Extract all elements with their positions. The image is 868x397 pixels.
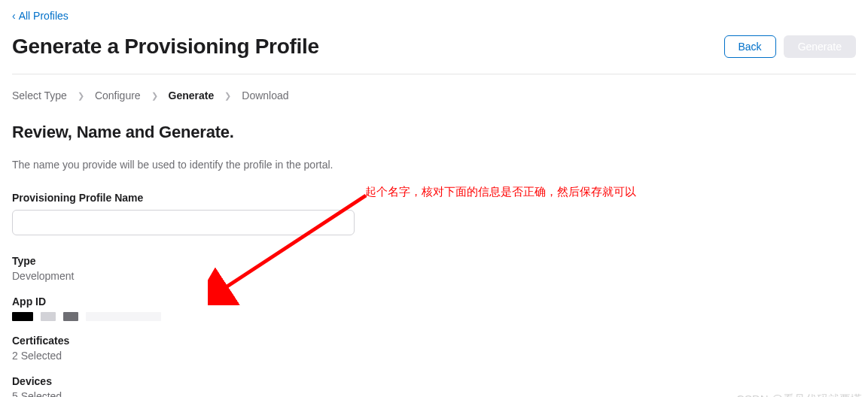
breadcrumb-step-generate: Generate bbox=[169, 89, 215, 102]
profile-name-input[interactable] bbox=[12, 210, 355, 235]
summary-appid: App ID bbox=[12, 295, 856, 321]
back-link-label: All Profiles bbox=[19, 10, 69, 22]
page-title: Generate a Provisioning Profile bbox=[12, 35, 319, 59]
devices-label: Devices bbox=[12, 375, 856, 387]
back-to-profiles-link[interactable]: ‹ All Profiles bbox=[12, 10, 69, 22]
watermark: CSDN @看见代码就要慌 bbox=[736, 392, 862, 397]
redacted-block bbox=[41, 312, 56, 321]
header-buttons: Back Generate bbox=[724, 35, 857, 58]
chevron-right-icon: ❯ bbox=[151, 91, 158, 101]
page-header: Generate a Provisioning Profile Back Gen… bbox=[12, 35, 856, 74]
appid-label: App ID bbox=[12, 295, 856, 308]
chevron-right-icon: ❯ bbox=[224, 91, 231, 101]
breadcrumb-step-select-type[interactable]: Select Type bbox=[12, 89, 67, 102]
summary-devices: Devices 5 Selected bbox=[12, 375, 856, 397]
chevron-right-icon: ❯ bbox=[78, 91, 84, 101]
section-subtitle: The name you provide will be used to ide… bbox=[12, 159, 856, 171]
summary-certificates: Certificates 2 Selected bbox=[12, 335, 856, 362]
breadcrumb-step-configure[interactable]: Configure bbox=[95, 89, 141, 102]
chevron-left-icon: ‹ bbox=[12, 11, 16, 21]
summary-type: Type Development bbox=[12, 255, 856, 282]
breadcrumb: Select Type ❯ Configure ❯ Generate ❯ Dow… bbox=[12, 89, 856, 102]
redacted-block bbox=[86, 312, 161, 321]
section-title: Review, Name and Generate. bbox=[12, 123, 856, 142]
back-button[interactable]: Back bbox=[724, 35, 776, 58]
redacted-block bbox=[12, 312, 33, 321]
certificates-label: Certificates bbox=[12, 335, 856, 347]
breadcrumb-step-download: Download bbox=[242, 89, 288, 102]
devices-value: 5 Selected bbox=[12, 390, 856, 397]
type-label: Type bbox=[12, 255, 856, 267]
annotation-text: 起个名字，核对下面的信息是否正确，然后保存就可以 bbox=[365, 185, 636, 199]
type-value: Development bbox=[12, 270, 856, 282]
appid-value-redacted bbox=[12, 312, 856, 321]
generate-button: Generate bbox=[784, 35, 856, 58]
redacted-block bbox=[63, 312, 78, 321]
certificates-value: 2 Selected bbox=[12, 350, 856, 362]
